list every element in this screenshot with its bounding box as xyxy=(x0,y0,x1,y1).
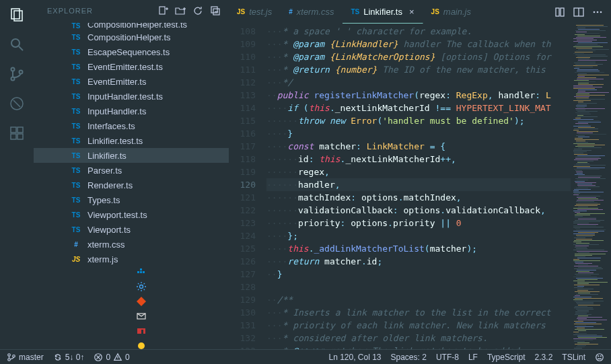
close-icon[interactable]: × xyxy=(409,7,415,17)
refresh-icon[interactable] xyxy=(192,5,203,16)
svg-point-39 xyxy=(13,355,15,357)
status-lint[interactable]: TSLint xyxy=(562,353,585,362)
file-row[interactable]: .editorconfig xyxy=(34,281,229,296)
svg-rect-11 xyxy=(17,134,23,139)
file-name: Interfaces.ts xyxy=(87,121,135,131)
file-row[interactable]: JSxterm.js xyxy=(34,252,229,266)
file-name: Parser.ts xyxy=(87,166,122,176)
file-name: EventEmitter.ts xyxy=(87,77,146,87)
file-badge: TS xyxy=(70,226,82,233)
file-badge: # xyxy=(70,241,82,248)
editor-tab[interactable]: JSmain.js xyxy=(423,0,480,24)
tab-label: main.js xyxy=(443,7,471,17)
status-language[interactable]: TypeScript xyxy=(487,353,526,362)
file-name: Viewport.test.ts xyxy=(87,210,147,220)
file-name: Viewport.ts xyxy=(87,225,131,235)
svg-rect-22 xyxy=(140,271,142,273)
file-row[interactable]: .npmignore xyxy=(34,326,229,340)
file-row[interactable]: TSViewport.ts xyxy=(34,222,229,237)
split-editor-icon[interactable] xyxy=(573,7,584,17)
new-folder-icon[interactable] xyxy=(175,5,186,16)
file-badge: TS xyxy=(70,137,82,145)
file-name: xterm.css xyxy=(87,240,125,250)
file-badge: TS xyxy=(70,167,82,174)
compare-icon[interactable] xyxy=(554,7,565,17)
debug-icon[interactable] xyxy=(9,96,25,112)
search-icon[interactable] xyxy=(9,36,25,52)
file-row[interactable]: TSCompositionHelper.ts xyxy=(34,30,229,44)
status-encoding[interactable]: UTF-8 xyxy=(436,353,459,362)
file-row[interactable]: TSLinkifier.test.ts xyxy=(34,133,229,148)
code-content[interactable]: ···* a space ' ' character for example.·… xyxy=(266,24,571,349)
file-row[interactable]: TSEventEmitter.test.ts xyxy=(34,59,229,74)
svg-point-46 xyxy=(600,355,601,356)
editor-tab[interactable]: #xterm.css xyxy=(281,0,343,24)
file-badge: JS xyxy=(70,256,82,263)
file-name: xterm.js xyxy=(87,254,118,264)
file-badge: TS xyxy=(70,108,82,115)
collapse-all-icon[interactable] xyxy=(210,5,221,16)
svg-rect-30 xyxy=(556,8,559,16)
file-badge: TS xyxy=(70,63,82,71)
file-row[interactable]: TSTypes.ts xyxy=(34,192,229,207)
file-row[interactable]: TSInputHandler.ts xyxy=(34,104,229,118)
explorer-icon[interactable] xyxy=(9,7,25,23)
file-row[interactable]: .mailmap xyxy=(34,311,229,326)
file-row[interactable]: TSRenderer.ts xyxy=(34,178,229,192)
status-branch[interactable]: master xyxy=(7,353,44,362)
file-name: Types.ts xyxy=(87,195,120,205)
file-badge: TS xyxy=(70,152,82,159)
file-name: InputHandler.ts xyxy=(87,106,146,116)
status-ts-version[interactable]: 2.3.2 xyxy=(535,353,553,362)
editor-tab[interactable]: TSLinkifier.ts× xyxy=(343,0,423,24)
file-badge: TS xyxy=(70,211,82,219)
svg-line-3 xyxy=(19,46,23,50)
svg-rect-31 xyxy=(561,8,564,16)
svg-rect-10 xyxy=(11,134,16,139)
status-sync[interactable]: 5↓ 0↑ xyxy=(53,353,85,362)
extensions-icon[interactable] xyxy=(9,125,25,141)
file-row[interactable]: .travis.yml xyxy=(34,340,229,349)
file-row[interactable]: TSViewport.test.ts xyxy=(34,207,229,222)
status-eol[interactable]: LF xyxy=(468,353,478,362)
status-cursor-position[interactable]: Ln 120, Col 13 xyxy=(328,353,381,362)
source-control-icon[interactable] xyxy=(9,66,25,82)
status-problems[interactable]: 0 0 xyxy=(94,353,129,362)
svg-rect-13 xyxy=(159,7,165,14)
file-row[interactable]: TSEscapeSequences.ts xyxy=(34,44,229,59)
svg-point-45 xyxy=(598,355,599,356)
file-row[interactable]: TSLinkifier.ts xyxy=(34,148,229,163)
explorer-sidebar: EXPLORER TSCompositionHelper.test.tsTSCo… xyxy=(34,0,229,349)
status-indentation[interactable]: Spaces: 2 xyxy=(391,353,427,362)
status-bar: master 5↓ 0↑ 0 0 Ln 120, Col 13 Spaces: … xyxy=(0,349,611,364)
file-badge: TS xyxy=(70,93,82,100)
tab-badge: # xyxy=(289,8,293,15)
svg-point-44 xyxy=(596,353,604,361)
tab-badge: TS xyxy=(351,8,359,15)
file-row[interactable]: TSParser.ts xyxy=(34,163,229,178)
editor-tab[interactable]: JStest.js xyxy=(229,0,281,24)
tab-label: xterm.css xyxy=(297,7,334,17)
file-name: Linkifier.test.ts xyxy=(87,136,143,146)
more-icon[interactable] xyxy=(592,7,603,17)
file-row[interactable]: .gitignore xyxy=(34,296,229,311)
file-row[interactable]: TSInterfaces.ts xyxy=(34,118,229,133)
svg-line-8 xyxy=(13,100,20,107)
file-icon xyxy=(136,326,147,336)
tab-badge: JS xyxy=(237,8,245,15)
file-row[interactable]: TSInputHandler.test.ts xyxy=(34,89,229,104)
svg-point-36 xyxy=(600,11,602,13)
status-feedback-icon[interactable] xyxy=(595,353,604,362)
editor-tabs: JStest.js#xterm.cssTSLinkifier.ts×JSmain… xyxy=(229,0,611,24)
file-row[interactable]: #xterm.css xyxy=(34,237,229,252)
file-row[interactable]: .dockerignore xyxy=(34,266,229,281)
file-icon xyxy=(136,311,147,322)
sidebar-title: EXPLORER xyxy=(47,7,93,15)
tab-label: Linkifier.ts xyxy=(363,7,402,17)
minimap[interactable] xyxy=(571,24,611,349)
file-badge: TS xyxy=(70,122,82,130)
file-row[interactable]: TSEventEmitter.ts xyxy=(34,74,229,89)
new-file-icon[interactable] xyxy=(157,5,168,16)
tab-badge: JS xyxy=(431,8,439,15)
file-name: Renderer.ts xyxy=(87,180,133,190)
